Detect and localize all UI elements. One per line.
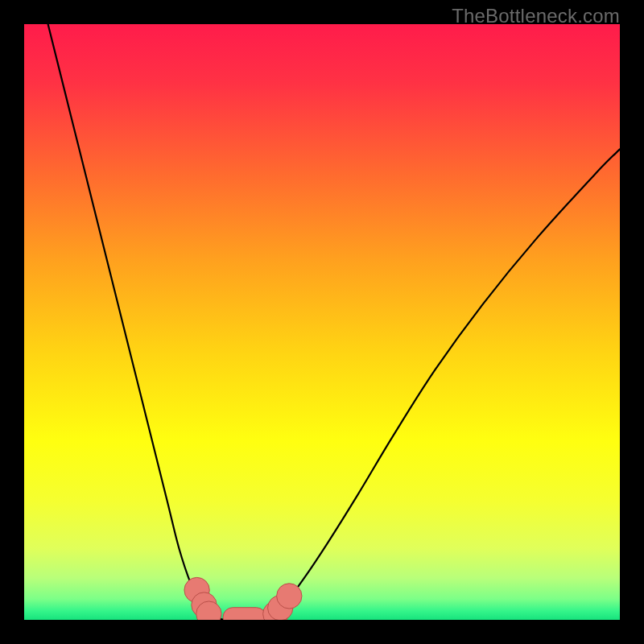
watermark-text: TheBottleneck.com (452, 5, 620, 27)
dot-right-upper (277, 584, 302, 609)
chart-frame: TheBottleneck.com (0, 0, 644, 644)
trough-pill (223, 608, 266, 620)
gradient-background (24, 24, 620, 620)
plot-svg (24, 24, 620, 620)
plot-area (24, 24, 620, 620)
